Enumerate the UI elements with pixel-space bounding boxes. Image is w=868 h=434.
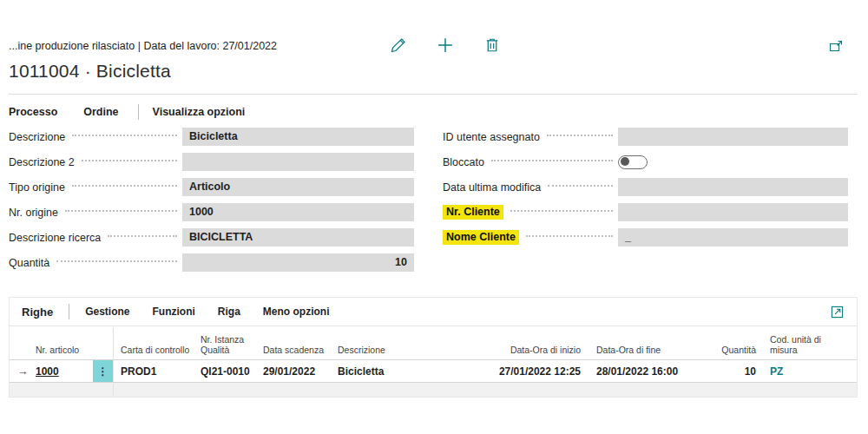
table-row[interactable]: → 1000 ⋮ PROD1 QI21-0010 29/01/2022 Bici… [10,359,857,383]
table-column-headers: Nr. articolo Carta di controllo Nr. Ista… [10,326,857,359]
dot-leader [108,235,177,237]
toggle-knob [621,157,629,166]
tipo-origine-field[interactable]: Articolo [182,178,414,196]
col-head-cod-unita-misura[interactable]: Cod. unità di misura [760,334,857,355]
nome-cliente-field[interactable]: _ [618,228,848,247]
col-head-descrizione[interactable]: Descrizione [335,345,492,355]
breadcrumb[interactable]: ...ine produzione rilasciato | Data del … [9,40,277,52]
dot-leader [510,210,613,212]
field-label: Tipo origine [9,181,65,194]
nome-cliente-label-highlighted: Nome Cliente [443,230,519,245]
edit-icon[interactable] [391,37,406,53]
cell-data-scadenza[interactable]: 29/01/2022 [261,365,335,378]
new-icon[interactable] [437,37,453,53]
cell-descrizione[interactable]: Bicicletta [335,365,492,378]
field-row-descrizione: Descrizione Bicicletta [9,124,414,149]
descrizione-2-field[interactable] [182,153,414,171]
col-head-quantita[interactable]: Quantità [709,345,760,355]
bloccato-toggle[interactable] [618,155,648,169]
field-row-id-utente: ID utente assegnato [443,124,848,149]
dot-leader [82,160,177,161]
col-head-data-ora-fine[interactable]: Data-Ora di fine [586,345,709,355]
col-head-data-scadenza[interactable]: Data scadenza [261,345,335,355]
field-label: Descrizione ricerca [9,232,101,244]
field-row-tipo-origine: Tipo origine Articolo [9,174,414,200]
righe-menu-divider [69,304,69,319]
field-row-quantita: Quantità 10 [9,250,414,275]
righe-title: Righe [22,306,53,319]
field-row-descrizione-ricerca: Descrizione ricerca BICICLETTA [9,225,414,250]
unita-misura-link[interactable]: PZ [770,365,783,378]
cell-data-ora-fine[interactable]: 28/01/2022 16:00 [586,365,709,378]
menu-item-visualizza-opzioni[interactable]: Visualizza opzioni [153,106,246,118]
cell-cod-unita-misura: PZ [760,365,857,378]
nr-cliente-field[interactable] [618,203,848,221]
field-label: ID utente assegnato [443,131,540,143]
field-label: Descrizione [9,131,65,143]
field-row-bloccato: Bloccato [443,149,848,174]
title-divider [9,94,858,95]
dot-leader [72,185,177,187]
menu-divider [138,104,139,120]
dot-leader [526,235,613,237]
delete-icon[interactable] [484,37,500,53]
field-label: Descrizione 2 [9,156,75,168]
descrizione-field[interactable]: Bicicletta [182,128,414,146]
quantita-field[interactable]: 10 [182,253,414,272]
menu-item-gestione[interactable]: Gestione [85,306,129,318]
open-in-new-window-icon[interactable] [828,39,844,55]
current-row-arrow-icon: → [10,365,36,378]
menu-item-riga[interactable]: Riga [218,306,240,318]
dot-leader [547,135,613,136]
col-head-nr-istanza-qualita[interactable]: Nr. Istanza Qualità [199,334,261,355]
col-head-nr-articolo[interactable]: Nr. articolo [36,345,93,355]
menu-item-funzioni[interactable]: Funzioni [152,306,194,318]
id-utente-assegnato-field[interactable] [618,128,848,146]
righe-menu: Gestione Funzioni Riga Meno opzioni [85,306,352,318]
frozen-column-divider [113,327,114,397]
descrizione-ricerca-field[interactable]: BICICLETTA [182,228,414,247]
cell-carta-di-controllo[interactable]: PROD1 [113,365,199,378]
cell-nr-articolo: 1000 [36,365,93,378]
righe-subpage: Righe Gestione Funzioni Riga Meno opzion… [9,297,858,398]
col-head-data-ora-inizio[interactable]: Data-Ora di inizio [492,345,586,355]
menu-item-meno-opzioni[interactable]: Meno opzioni [263,306,330,318]
field-row-descrizione-2: Descrizione 2 [9,149,414,174]
card-toolbar [391,37,500,53]
dot-leader [72,135,177,136]
field-row-nr-cliente: Nr. Cliente [443,200,848,225]
righe-header: Righe Gestione Funzioni Riga Meno opzion… [10,298,857,326]
focus-mode-icon[interactable] [829,304,845,319]
dot-leader [548,185,613,187]
field-row-nome-cliente: Nome Cliente _ [443,225,848,250]
cell-data-ora-inizio[interactable]: 27/01/2022 12:25 [492,365,586,378]
field-label: Data ultima modifica [443,181,541,194]
menu-item-ordine[interactable]: Ordine [83,106,118,118]
page-action-menu: Processo Ordine Visualizza opzioni [9,102,271,122]
dot-leader [65,210,177,212]
nr-articolo-link[interactable]: 1000 [36,365,59,378]
field-label: Bloccato [443,156,484,168]
table-footer-strip [10,383,857,397]
col-head-carta-di-controllo[interactable]: Carta di controllo [113,345,199,355]
page-title: 1011004 · Bicicletta [9,61,171,82]
field-row-data-ultima-modifica: Data ultima modifica [443,174,848,200]
field-row-nr-origine: Nr. origine 1000 [9,200,414,225]
field-label: Quantità [9,257,49,269]
row-options-ellipsis-icon[interactable]: ⋮ [93,360,113,382]
nr-cliente-label-highlighted: Nr. Cliente [443,205,503,220]
nr-origine-field[interactable]: 1000 [182,203,414,221]
toggle-wrap [618,155,848,169]
menu-item-processo[interactable]: Processo [9,106,57,118]
cell-quantita[interactable]: 10 [709,365,760,378]
dot-leader [56,260,177,262]
dot-leader [491,160,613,161]
field-label: Nr. origine [9,207,58,219]
cell-nr-istanza-qualita[interactable]: QI21-0010 [199,365,261,378]
general-fasttab: Descrizione Bicicletta Descrizione 2 Tip… [9,124,858,275]
data-ultima-modifica-field[interactable] [618,178,848,196]
